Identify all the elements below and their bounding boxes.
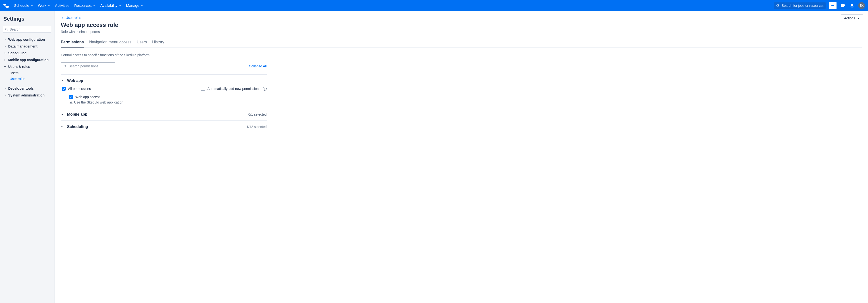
search-icon [776,4,780,7]
svg-point-8 [64,65,66,67]
svg-point-1 [5,6,9,8]
svg-point-2 [777,4,779,6]
sidebar-group-mobile-app-configuration[interactable]: Mobile app configuration [3,56,51,63]
sidebar-group-label: Web app configuration [8,37,45,42]
chat-button[interactable] [840,3,846,8]
perm-section-web-app: Web appAll permissionsAutomatically add … [61,75,267,108]
chevron-right-icon [3,94,6,97]
perm-item-title: Web app access [75,95,100,99]
chevron-down-icon [119,3,121,7]
sidebar-group-users-roles[interactable]: Users & roles [3,63,51,70]
perm-section-options: All permissionsAutomatically add new per… [61,87,267,91]
sidebar-tree: Web app configurationData managementSche… [3,36,51,99]
sidebar-group-label: Data management [8,44,37,48]
tabs: PermissionsNavigation menu accessUsersHi… [61,40,862,48]
chevron-down-icon [93,3,95,7]
chevron-down-icon [48,3,50,7]
collapse-all-link[interactable]: Collapse All [249,64,267,68]
chevron-down-icon [61,113,64,116]
tab-history[interactable]: History [152,40,164,48]
nav-item-label: Work [38,3,46,7]
chevron-right-icon [3,45,6,48]
sidebar-group-system-administration[interactable]: System administration [3,92,51,99]
nav-item-schedule[interactable]: Schedule [14,3,33,7]
perm-item-checkbox[interactable] [69,95,73,99]
perm-section-header[interactable]: Mobile app0/1 selected [61,112,267,117]
nav-item-activities[interactable]: Activities [55,3,69,7]
perm-section-count: 0/1 selected [248,112,267,116]
nav-item-label: Resources [74,3,92,7]
chevron-down-icon [3,65,6,68]
perm-section-title: Scheduling [67,125,244,129]
perm-section-scheduling: Scheduling1/12 selected [61,120,267,133]
svg-point-0 [3,4,6,6]
search-icon [63,64,67,68]
nav-item-work[interactable]: Work [38,3,51,7]
sidebar-group-label: Users & roles [8,65,30,68]
permission-search[interactable] [61,62,115,70]
chevron-down-icon [31,3,33,7]
sidebar-group-data-management[interactable]: Data management [3,43,51,50]
tab-permissions[interactable]: Permissions [61,40,84,48]
tab-navigation-menu-access[interactable]: Navigation menu access [89,40,131,48]
nav-item-resources[interactable]: Resources [74,3,95,7]
chevron-left-icon [61,16,64,19]
auto-add-label: Automatically add new permissions [207,87,260,91]
info-icon[interactable]: i [263,87,267,91]
svg-point-6 [6,28,7,30]
breadcrumb-label: User roles [66,16,81,20]
global-search[interactable] [774,2,826,9]
sidebar-title: Settings [3,16,51,22]
notifications-button[interactable] [849,3,855,8]
user-avatar[interactable]: EK [858,2,865,9]
perm-section-header[interactable]: Web app [61,79,267,83]
permission-search-input[interactable] [68,64,113,68]
breadcrumb[interactable]: User roles [61,16,862,20]
nav-items: ScheduleWorkActivitiesResourcesAvailabil… [14,3,774,7]
all-permissions-checkbox[interactable] [62,87,66,91]
nav-item-label: Manage [126,3,139,7]
chevron-right-icon [3,59,6,61]
nav-item-label: Activities [55,3,69,7]
perm-item-description: Use the Skedulo web application [69,100,267,104]
sidebar-group-developer-tools[interactable]: Developer tools [3,85,51,92]
sidebar-search-input[interactable] [10,27,49,31]
sidebar-group-label: Developer tools [8,86,34,90]
chevron-down-icon [141,3,143,7]
tab-users[interactable]: Users [136,40,147,48]
top-right: EK [774,2,865,9]
perm-section-count: 1/12 selected [247,125,267,129]
page-title: Web app access role [61,22,118,28]
sidebar-group-web-app-configuration[interactable]: Web app configuration [3,36,51,43]
svg-line-7 [7,30,8,31]
chevron-up-icon [61,79,64,82]
nav-item-label: Availability [100,3,118,7]
all-permissions-label: All permissions [68,87,91,91]
permission-sections: Web appAll permissionsAutomatically add … [61,75,862,133]
sidebar-item-user-roles[interactable]: User roles [3,76,51,82]
perm-section-header[interactable]: Scheduling1/12 selected [61,125,267,129]
perm-item: Web app accessUse the Skedulo web applic… [61,95,267,104]
sidebar-group-scheduling[interactable]: Scheduling [3,50,51,56]
create-button[interactable] [829,2,837,9]
plus-icon [831,3,835,8]
sidebar-search[interactable] [3,26,51,33]
actions-button[interactable]: Actions [841,14,863,22]
warning-icon [69,101,73,104]
svg-line-3 [778,6,779,6]
actions-label: Actions [844,16,855,20]
svg-line-9 [65,67,66,67]
perm-section-title: Mobile app [67,112,246,117]
nav-item-manage[interactable]: Manage [126,3,143,7]
global-search-input[interactable] [781,4,824,7]
main-content: Actions User roles Web app access role R… [55,11,868,303]
sidebar-item-users[interactable]: Users [3,70,51,76]
auto-add-checkbox[interactable] [201,87,205,91]
settings-sidebar: Settings Web app configurationData manag… [0,11,55,303]
nav-item-availability[interactable]: Availability [100,3,121,7]
brand-logo[interactable] [3,2,10,9]
sidebar-group-label: Scheduling [8,51,26,55]
bell-icon [849,3,855,8]
chat-icon [840,3,845,8]
perm-section-title: Web app [67,79,267,83]
